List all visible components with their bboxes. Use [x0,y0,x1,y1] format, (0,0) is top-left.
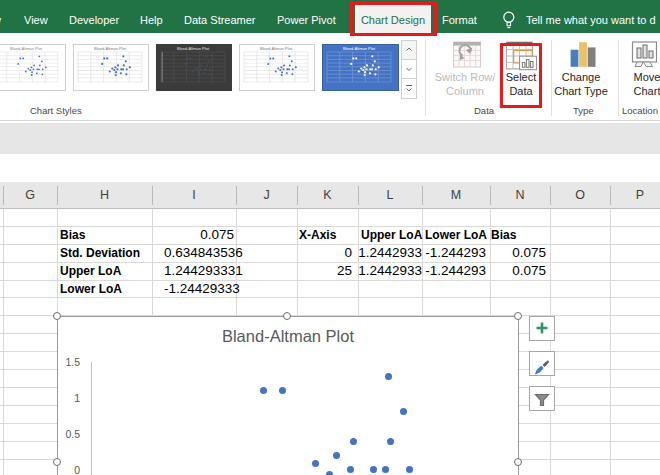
svg-text:Bland-Altman Plot: Bland-Altman Plot [260,46,293,51]
svg-text:Bland-Altman Plot: Bland-Altman Plot [343,46,376,51]
svg-text:Bland-Altman Plot: Bland-Altman Plot [94,46,127,51]
svg-text:Bland-Altman Plot: Bland-Altman Plot [10,46,43,51]
svg-text:Bland-Altman Plot: Bland-Altman Plot [177,46,210,51]
